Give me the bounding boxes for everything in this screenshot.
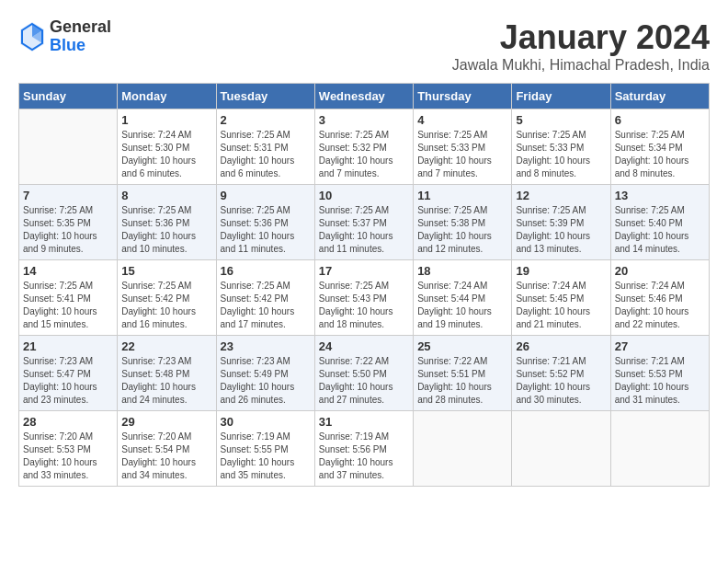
calendar-day-cell <box>610 411 709 487</box>
day-info: Sunrise: 7:21 AM Sunset: 5:53 PM Dayligh… <box>615 355 705 407</box>
day-info: Sunrise: 7:25 AM Sunset: 5:32 PM Dayligh… <box>319 129 409 180</box>
calendar-day-cell: 22Sunrise: 7:23 AM Sunset: 5:48 PM Dayli… <box>118 336 216 411</box>
calendar-day-cell: 19Sunrise: 7:24 AM Sunset: 5:45 PM Dayli… <box>512 260 610 336</box>
day-number: 1 <box>121 113 211 127</box>
day-number: 7 <box>23 189 113 202</box>
day-number: 10 <box>319 189 409 202</box>
day-info: Sunrise: 7:25 AM Sunset: 5:34 PM Dayligh… <box>615 129 705 180</box>
day-number: 13 <box>615 189 705 202</box>
calendar-day-cell: 7Sunrise: 7:25 AM Sunset: 5:35 PM Daylig… <box>19 185 118 260</box>
day-number: 8 <box>121 189 211 202</box>
calendar-week-row: 1Sunrise: 7:24 AM Sunset: 5:30 PM Daylig… <box>19 109 710 185</box>
logo-icon <box>18 20 46 53</box>
calendar-day-cell: 8Sunrise: 7:25 AM Sunset: 5:36 PM Daylig… <box>118 185 216 260</box>
day-info: Sunrise: 7:24 AM Sunset: 5:30 PM Dayligh… <box>121 129 211 180</box>
day-info: Sunrise: 7:25 AM Sunset: 5:33 PM Dayligh… <box>417 129 507 180</box>
calendar-day-cell: 6Sunrise: 7:25 AM Sunset: 5:34 PM Daylig… <box>610 109 709 185</box>
calendar-day-cell: 5Sunrise: 7:25 AM Sunset: 5:33 PM Daylig… <box>512 109 610 185</box>
day-info: Sunrise: 7:25 AM Sunset: 5:33 PM Dayligh… <box>516 129 606 180</box>
day-info: Sunrise: 7:19 AM Sunset: 5:56 PM Dayligh… <box>319 431 409 482</box>
calendar-day-cell: 15Sunrise: 7:25 AM Sunset: 5:42 PM Dayli… <box>118 260 216 336</box>
weekday-header-friday: Friday <box>512 84 610 109</box>
calendar-day-cell: 30Sunrise: 7:19 AM Sunset: 5:55 PM Dayli… <box>216 411 314 487</box>
logo-general-text: General <box>50 18 111 37</box>
calendar-day-cell: 4Sunrise: 7:25 AM Sunset: 5:33 PM Daylig… <box>414 109 512 185</box>
day-info: Sunrise: 7:19 AM Sunset: 5:55 PM Dayligh… <box>221 431 311 482</box>
calendar-day-cell: 29Sunrise: 7:20 AM Sunset: 5:54 PM Dayli… <box>118 411 216 487</box>
day-info: Sunrise: 7:25 AM Sunset: 5:36 PM Dayligh… <box>221 204 311 256</box>
calendar-table: SundayMondayTuesdayWednesdayThursdayFrid… <box>18 83 710 487</box>
day-number: 28 <box>23 415 113 429</box>
day-number: 12 <box>516 189 606 202</box>
day-number: 26 <box>516 339 606 353</box>
calendar-day-cell: 24Sunrise: 7:22 AM Sunset: 5:50 PM Dayli… <box>314 336 413 411</box>
day-info: Sunrise: 7:25 AM Sunset: 5:41 PM Dayligh… <box>23 280 113 331</box>
title-section: January 2024 Jawala Mukhi, Himachal Prad… <box>452 18 710 74</box>
day-info: Sunrise: 7:25 AM Sunset: 5:36 PM Dayligh… <box>121 204 211 256</box>
calendar-day-cell: 10Sunrise: 7:25 AM Sunset: 5:37 PM Dayli… <box>314 185 413 260</box>
day-info: Sunrise: 7:25 AM Sunset: 5:39 PM Dayligh… <box>516 204 606 256</box>
day-number: 4 <box>417 113 507 127</box>
calendar-day-cell: 12Sunrise: 7:25 AM Sunset: 5:39 PM Dayli… <box>512 185 610 260</box>
day-number: 29 <box>121 415 211 429</box>
day-number: 27 <box>615 339 705 353</box>
day-info: Sunrise: 7:25 AM Sunset: 5:40 PM Dayligh… <box>615 204 705 256</box>
logo-blue-text: Blue <box>50 37 111 55</box>
day-number: 3 <box>319 113 409 127</box>
weekday-header-thursday: Thursday <box>414 84 512 109</box>
calendar-day-cell: 16Sunrise: 7:25 AM Sunset: 5:42 PM Dayli… <box>216 260 314 336</box>
day-number: 30 <box>221 415 311 429</box>
calendar-week-row: 28Sunrise: 7:20 AM Sunset: 5:53 PM Dayli… <box>19 411 710 487</box>
calendar-day-cell: 23Sunrise: 7:23 AM Sunset: 5:49 PM Dayli… <box>216 336 314 411</box>
calendar-day-cell: 26Sunrise: 7:21 AM Sunset: 5:52 PM Dayli… <box>512 336 610 411</box>
day-number: 23 <box>221 339 311 353</box>
day-number: 25 <box>417 339 507 353</box>
day-info: Sunrise: 7:21 AM Sunset: 5:52 PM Dayligh… <box>516 355 606 407</box>
day-number: 6 <box>615 113 705 127</box>
calendar-day-cell: 31Sunrise: 7:19 AM Sunset: 5:56 PM Dayli… <box>314 411 413 487</box>
day-info: Sunrise: 7:25 AM Sunset: 5:35 PM Dayligh… <box>23 204 113 256</box>
calendar-week-row: 21Sunrise: 7:23 AM Sunset: 5:47 PM Dayli… <box>19 336 710 411</box>
weekday-header-saturday: Saturday <box>610 84 709 109</box>
day-info: Sunrise: 7:22 AM Sunset: 5:50 PM Dayligh… <box>319 355 409 407</box>
calendar-day-cell: 13Sunrise: 7:25 AM Sunset: 5:40 PM Dayli… <box>610 185 709 260</box>
day-number: 20 <box>615 264 705 278</box>
calendar-day-cell: 1Sunrise: 7:24 AM Sunset: 5:30 PM Daylig… <box>118 109 216 185</box>
calendar-week-row: 14Sunrise: 7:25 AM Sunset: 5:41 PM Dayli… <box>19 260 710 336</box>
day-info: Sunrise: 7:22 AM Sunset: 5:51 PM Dayligh… <box>417 355 507 407</box>
day-number: 17 <box>319 264 409 278</box>
calendar-day-cell: 28Sunrise: 7:20 AM Sunset: 5:53 PM Dayli… <box>19 411 118 487</box>
month-title: January 2024 <box>452 18 710 57</box>
day-number: 2 <box>221 113 311 127</box>
logo: General Blue <box>18 18 111 55</box>
day-info: Sunrise: 7:20 AM Sunset: 5:54 PM Dayligh… <box>121 431 211 482</box>
day-number: 5 <box>516 113 606 127</box>
calendar-day-cell <box>19 109 118 185</box>
logo-text: General Blue <box>50 18 111 55</box>
calendar-header-row: SundayMondayTuesdayWednesdayThursdayFrid… <box>19 84 710 109</box>
day-info: Sunrise: 7:23 AM Sunset: 5:49 PM Dayligh… <box>221 355 311 407</box>
day-number: 9 <box>221 189 311 202</box>
calendar-day-cell: 21Sunrise: 7:23 AM Sunset: 5:47 PM Dayli… <box>19 336 118 411</box>
day-info: Sunrise: 7:24 AM Sunset: 5:46 PM Dayligh… <box>615 280 705 331</box>
calendar-day-cell: 2Sunrise: 7:25 AM Sunset: 5:31 PM Daylig… <box>216 109 314 185</box>
day-number: 22 <box>121 339 211 353</box>
day-info: Sunrise: 7:25 AM Sunset: 5:42 PM Dayligh… <box>121 280 211 331</box>
calendar-day-cell: 18Sunrise: 7:24 AM Sunset: 5:44 PM Dayli… <box>414 260 512 336</box>
calendar-day-cell: 14Sunrise: 7:25 AM Sunset: 5:41 PM Dayli… <box>19 260 118 336</box>
day-info: Sunrise: 7:24 AM Sunset: 5:45 PM Dayligh… <box>516 280 606 331</box>
day-number: 21 <box>23 339 113 353</box>
day-number: 31 <box>319 415 409 429</box>
weekday-header-monday: Monday <box>118 84 216 109</box>
day-info: Sunrise: 7:20 AM Sunset: 5:53 PM Dayligh… <box>23 431 113 482</box>
day-number: 11 <box>417 189 507 202</box>
day-info: Sunrise: 7:25 AM Sunset: 5:38 PM Dayligh… <box>417 204 507 256</box>
day-number: 15 <box>121 264 211 278</box>
day-info: Sunrise: 7:25 AM Sunset: 5:42 PM Dayligh… <box>221 280 311 331</box>
day-info: Sunrise: 7:23 AM Sunset: 5:47 PM Dayligh… <box>23 355 113 407</box>
calendar-day-cell <box>414 411 512 487</box>
day-number: 16 <box>221 264 311 278</box>
calendar-day-cell: 17Sunrise: 7:25 AM Sunset: 5:43 PM Dayli… <box>314 260 413 336</box>
calendar-day-cell: 11Sunrise: 7:25 AM Sunset: 5:38 PM Dayli… <box>414 185 512 260</box>
calendar-day-cell <box>512 411 610 487</box>
